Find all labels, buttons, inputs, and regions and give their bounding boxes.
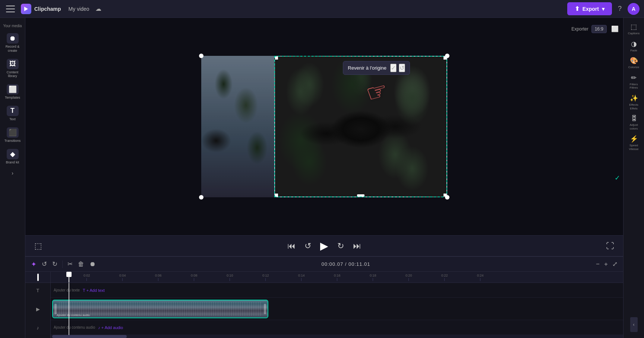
sidebar-item-templates[interactable]: ⬜ Templates	[1, 82, 24, 102]
zoom-out-button[interactable]: −	[595, 259, 601, 269]
redo-button[interactable]: ↻	[51, 259, 59, 269]
brand-kit-expand-icon[interactable]: ›	[10, 169, 15, 178]
sidebar-item-brand-kit[interactable]: ◆ Brand kit	[1, 147, 24, 167]
top-bar-left: Clipchamp My video ☁	[4, 4, 103, 14]
resize-handle-tl[interactable]	[199, 54, 203, 58]
playhead-marker-label	[37, 274, 39, 281]
sidebar-item-record[interactable]: ⏺ Record &create	[1, 31, 24, 55]
transitions-icon: ⬛	[7, 127, 19, 138]
rewind-button[interactable]: ↺	[303, 240, 313, 252]
forward-button[interactable]: ↻	[336, 240, 345, 252]
inner-handle-tl[interactable]	[275, 57, 278, 60]
scrollbar-thumb[interactable]	[52, 335, 127, 338]
cloud-sync-icon[interactable]: ☁	[94, 4, 103, 14]
help-button[interactable]: ?	[616, 3, 623, 14]
audio-track: Ajouter du contenu audio ♪ + Add audio	[51, 320, 623, 335]
timeline-area: ✦ ↺ ↻ ✂ 🗑 ⏺ 00:00.07 / 00:11.01 − + ⤢ ✓	[25, 256, 623, 338]
svg-marker-0	[24, 7, 28, 11]
resize-handle-tr[interactable]	[445, 54, 449, 58]
rs-item-effects[interactable]: ✨ EffectsEffets	[625, 92, 643, 112]
export-arrow-icon: ⬆	[575, 5, 580, 12]
undo-button[interactable]: ↺	[41, 259, 48, 269]
text-icon: T	[7, 106, 19, 116]
add-text-icon: T	[83, 288, 85, 293]
sidebar-item-text-label: Text	[9, 117, 16, 121]
rs-item-colorize[interactable]: 🎨 Colorize	[625, 55, 643, 71]
captions-icon: ⬚	[631, 23, 637, 31]
tooltip-confirm-button[interactable]: ✓	[390, 64, 397, 72]
record-icon: ⏺	[7, 33, 19, 44]
sidebar-item-content-library[interactable]: 🖼 Contentlibrary	[1, 57, 24, 81]
ruler-mark-010: 0:10	[230, 278, 230, 281]
avatar[interactable]: A	[628, 3, 640, 15]
delete-button[interactable]: 🗑	[77, 259, 85, 269]
rs-item-speed[interactable]: ⚡ SpeedVitesse	[625, 133, 643, 153]
fullscreen-button[interactable]: ⛶	[604, 240, 616, 252]
resize-handle-bl[interactable]	[199, 195, 203, 200]
tooltip-reset-button[interactable]: ↺	[399, 64, 405, 72]
top-bar: Clipchamp My video ☁ ⬆ Export ▾ ? A	[0, 0, 644, 18]
resize-handle-br[interactable]	[445, 195, 449, 200]
rs-filters-label: FiltersFiltres	[630, 83, 638, 90]
cut-button[interactable]: ✂	[66, 259, 74, 269]
play-button[interactable]: ▶	[319, 239, 330, 253]
content-library-icon: 🖼	[7, 59, 19, 69]
playhead[interactable]	[69, 272, 69, 283]
sidebar-item-transitions[interactable]: ⬛ Transitions	[1, 125, 24, 145]
right-sidebar-collapse-button[interactable]: ‹	[630, 317, 638, 332]
tracks-area: Ajouter du texte T + Add text	[51, 283, 623, 335]
menu-button[interactable]	[4, 4, 16, 14]
subtitle-toggle-button[interactable]: ⬚	[33, 240, 44, 252]
rs-item-adjust-colors[interactable]: 🎛 Adjustcolors	[625, 113, 643, 132]
export-label: Export	[583, 6, 599, 12]
add-audio-button[interactable]: ♪ + Add audio	[98, 325, 123, 330]
rs-item-captions[interactable]: ⬚ Captions	[625, 21, 643, 37]
revenir-tooltip: Revenir à l'origine ✓ ↺	[343, 61, 410, 75]
clip-right-handle[interactable]	[264, 304, 266, 314]
rs-fade-label: Fade	[630, 49, 637, 52]
timeline-toolbar: ✦ ↺ ↻ ✂ 🗑 ⏺ 00:00.07 / 00:11.01 − + ⤢ ✓	[25, 257, 623, 272]
audio-track-icon: ♪	[37, 325, 39, 331]
inner-handle-mid-bottom[interactable]	[357, 194, 364, 197]
rs-item-fade[interactable]: ◑ Fade	[625, 38, 643, 54]
aspect-ratio-badge[interactable]: 16:9	[591, 25, 607, 33]
text-track-icon: T	[37, 288, 40, 293]
video-track-icon: ▶	[36, 306, 40, 312]
rs-item-filters[interactable]: ✏ FiltersFiltres	[625, 72, 643, 92]
add-audio-icon: ♪	[98, 325, 100, 330]
playback-center: ⏮ ↺ ▶ ↻ ⏭	[286, 239, 363, 253]
record-button[interactable]: ⏺	[88, 259, 97, 269]
sidebar-item-record-label: Record &create	[6, 45, 20, 53]
exporter-label: Exporter	[571, 26, 588, 32]
ruler-mark-016: 0:16	[337, 278, 337, 281]
ruler-mark-002: 0:02	[86, 278, 87, 281]
timeline-scrollbar[interactable]	[51, 335, 623, 338]
add-text-button[interactable]: T + Add text	[83, 288, 105, 293]
inner-handle-bl[interactable]	[275, 194, 278, 197]
top-right-controls: Exporter 16:9 ⬜	[568, 21, 623, 37]
project-name[interactable]: My video	[69, 6, 89, 12]
export-button[interactable]: ⬆ Export ▾	[567, 2, 612, 15]
hamburger-icon	[6, 6, 15, 12]
tooltip-text: Revenir à l'origine	[348, 65, 386, 71]
video-track[interactable]: Ajouter du contenu audio	[51, 298, 623, 320]
ruler-mark-004: 0:04	[122, 278, 123, 281]
rs-colorize-label: Colorize	[628, 66, 639, 69]
ruler-mark-020: 0:20	[408, 278, 409, 281]
captions-button[interactable]: ⬜	[610, 24, 620, 34]
sidebar-item-transitions-label: Transitions	[4, 139, 21, 143]
rs-effects-label: EffectsEffets	[629, 103, 638, 110]
time-ruler: 0:02 0:04 0:06	[51, 272, 623, 283]
sidebar-item-text[interactable]: T Text	[1, 103, 24, 124]
skip-forward-button[interactable]: ⏭	[351, 240, 363, 252]
preview-canvas: Revenir à l'origine ✓ ↺ ☞	[201, 56, 447, 197]
magic-button[interactable]: ✦	[30, 259, 38, 270]
fit-timeline-button[interactable]: ⤢	[611, 259, 619, 269]
center-area: Exporter 16:9 ⬜	[25, 18, 623, 338]
app-name: Clipchamp	[34, 6, 61, 12]
timeline-check-area: ✓	[615, 174, 620, 182]
templates-icon: ⬜	[7, 84, 19, 95]
ruler-mark-022: 0:22	[444, 278, 445, 281]
zoom-in-button[interactable]: +	[603, 259, 609, 269]
skip-back-button[interactable]: ⏮	[286, 240, 297, 252]
